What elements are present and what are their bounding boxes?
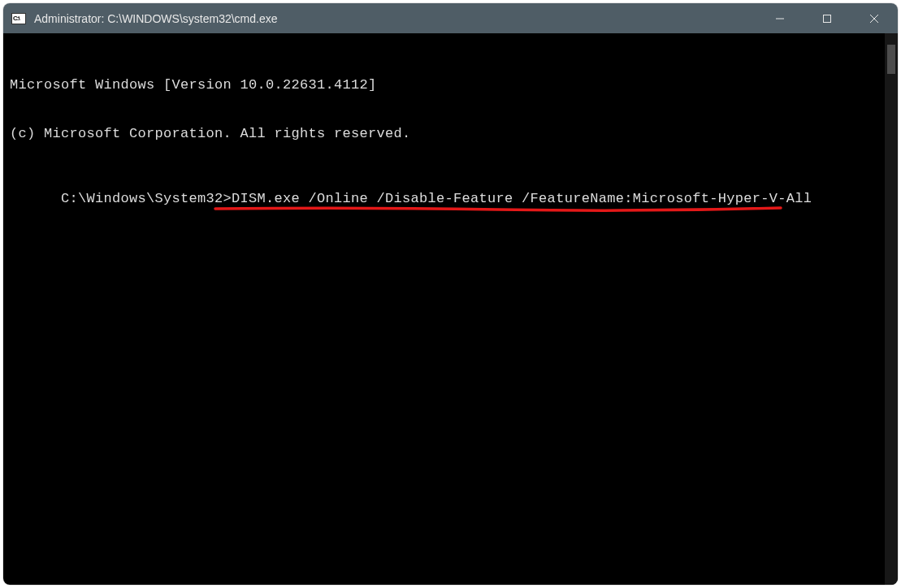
window-controls	[756, 3, 898, 33]
scrollbar-thumb[interactable]	[887, 45, 895, 74]
svg-rect-1	[824, 15, 831, 22]
minimize-button[interactable]	[756, 3, 804, 33]
terminal-area[interactable]: Microsoft Windows [Version 10.0.22631.41…	[3, 33, 898, 585]
terminal-prompt: C:\Windows\System32>	[61, 191, 232, 206]
cmd-icon: C:\	[11, 13, 26, 24]
terminal-command: DISM.exe /Online /Disable-Feature /Featu…	[232, 191, 812, 206]
close-icon	[869, 14, 879, 24]
minimize-icon	[775, 14, 785, 24]
maximize-button[interactable]	[804, 3, 851, 33]
close-button[interactable]	[851, 3, 898, 33]
window-title: Administrator: C:\WINDOWS\system32\cmd.e…	[34, 12, 756, 25]
terminal-output-line: Microsoft Windows [Version 10.0.22631.41…	[10, 77, 878, 93]
titlebar[interactable]: C:\ Administrator: C:\WINDOWS\system32\c…	[3, 3, 898, 33]
scrollbar-track[interactable]	[885, 33, 898, 585]
terminal-prompt-line: C:\Windows\System32>DISM.exe /Online /Di…	[61, 191, 812, 240]
maximize-icon	[822, 14, 832, 24]
command-prompt-window: C:\ Administrator: C:\WINDOWS\system32\c…	[3, 3, 898, 585]
terminal-content[interactable]: Microsoft Windows [Version 10.0.22631.41…	[3, 33, 885, 585]
terminal-output-line: (c) Microsoft Corporation. All rights re…	[10, 126, 878, 142]
annotation-underline	[214, 205, 791, 214]
